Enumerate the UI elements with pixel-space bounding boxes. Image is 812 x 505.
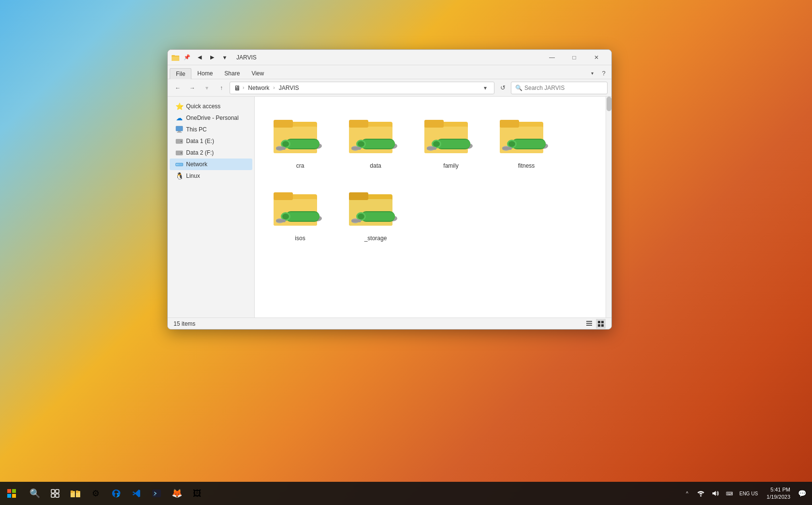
- svg-rect-93: [51, 494, 55, 497]
- taskbar-settings-btn[interactable]: ⚙: [86, 483, 105, 504]
- file-name-fitness: fitness: [518, 162, 535, 169]
- systray-network-icon[interactable]: [695, 483, 707, 504]
- svg-rect-80: [586, 321, 592, 322]
- sidebar-item-this-pc[interactable]: This PC: [170, 124, 252, 135]
- path-dropdown-btn[interactable]: ▾: [480, 85, 490, 91]
- ribbon-tabs: File Home Share View ▾ ?: [168, 65, 611, 79]
- svg-rect-71: [349, 192, 368, 200]
- file-name-cra: cra: [296, 162, 304, 169]
- taskbar-taskview-btn[interactable]: [45, 483, 65, 504]
- taskbar-icons: 🔍 ⚙: [23, 483, 209, 504]
- tab-home[interactable]: Home: [191, 68, 218, 79]
- tab-share[interactable]: Share: [218, 68, 246, 79]
- taskbar-edge-btn[interactable]: [106, 483, 126, 504]
- this-pc-icon: [175, 126, 183, 133]
- folder-icon-isos: [271, 185, 329, 233]
- scrollbar-thumb[interactable]: [607, 97, 611, 111]
- file-item-storage[interactable]: _storage: [342, 181, 409, 245]
- tab-view[interactable]: View: [246, 68, 270, 79]
- systray-keyboard-icon[interactable]: ⌨: [724, 491, 735, 496]
- systray: ^ ⌨: [682, 483, 735, 504]
- systray-lang[interactable]: ENG US: [737, 491, 761, 497]
- svg-rect-96: [71, 492, 75, 497]
- svg-rect-81: [586, 323, 592, 324]
- sidebar-item-quick-access[interactable]: ⭐ Quick access: [170, 101, 252, 112]
- data2-label: Data 2 (F:): [186, 149, 214, 156]
- svg-rect-94: [56, 494, 59, 497]
- tab-file[interactable]: File: [170, 68, 191, 79]
- taskbar-right: ^ ⌨ ENG US: [682, 483, 812, 504]
- svg-point-13: [178, 164, 178, 165]
- sidebar-item-network[interactable]: Network: [170, 159, 252, 170]
- search-input[interactable]: [524, 85, 603, 91]
- pin-btn[interactable]: 📌: [181, 52, 193, 63]
- status-bar: 15 items: [168, 317, 611, 329]
- content-area: ⭐ Quick access ☁ OneDrive - Personal: [168, 97, 611, 317]
- taskbar-vscode-btn[interactable]: [127, 483, 146, 504]
- svg-rect-83: [598, 321, 600, 323]
- svg-rect-52: [512, 140, 546, 148]
- quick-access-btns: 📌 ◀ ▶ ▼: [181, 52, 231, 63]
- recent-locations-button[interactable]: ▾: [201, 82, 213, 94]
- svg-rect-74: [361, 212, 395, 221]
- sidebar-item-data2[interactable]: Data 2 (F:): [170, 147, 252, 159]
- dropdown-btn-title[interactable]: ▼: [219, 52, 231, 63]
- close-button[interactable]: ✕: [585, 50, 608, 65]
- back-btn-title[interactable]: ◀: [194, 52, 205, 63]
- file-item-data[interactable]: data: [342, 108, 409, 173]
- data2-icon: [175, 149, 183, 157]
- view-list-btn[interactable]: [584, 319, 594, 329]
- back-button[interactable]: ←: [172, 82, 184, 94]
- svg-point-54: [508, 141, 515, 147]
- forward-btn-title[interactable]: ▶: [206, 52, 218, 63]
- ribbon-expand-icon[interactable]: ▾: [586, 67, 598, 79]
- notification-icon[interactable]: 💬: [796, 490, 808, 497]
- file-item-cra[interactable]: cra: [266, 108, 334, 173]
- svg-rect-82: [586, 325, 592, 326]
- maximize-button[interactable]: □: [563, 50, 585, 65]
- refresh-button[interactable]: ↺: [496, 82, 509, 94]
- sidebar-item-linux[interactable]: 🐧 Linux: [170, 170, 252, 182]
- svg-rect-5: [177, 132, 182, 133]
- start-button[interactable]: [0, 482, 23, 505]
- up-button[interactable]: ↑: [215, 82, 228, 94]
- file-item-isos[interactable]: isos: [266, 181, 334, 245]
- onedrive-icon: ☁: [175, 114, 183, 122]
- svg-rect-63: [286, 212, 319, 221]
- onedrive-label: OneDrive - Personal: [186, 115, 239, 121]
- taskbar-terminal-btn[interactable]: _: [147, 483, 166, 504]
- taskbar-photos-btn[interactable]: 🖼: [188, 483, 207, 504]
- help-icon[interactable]: ?: [598, 67, 609, 79]
- file-name-isos: isos: [295, 235, 305, 242]
- title-bar: 📌 ◀ ▶ ▼ JARVIS — □ ✕: [168, 50, 611, 65]
- systray-chevron[interactable]: ^: [682, 483, 692, 504]
- forward-button[interactable]: →: [186, 82, 199, 94]
- svg-point-7: [181, 141, 182, 142]
- taskbar-firefox-btn[interactable]: 🦊: [167, 483, 187, 504]
- svg-point-9: [181, 152, 182, 153]
- file-item-fitness[interactable]: fitness: [493, 108, 560, 173]
- address-path[interactable]: 🖥 › Network › JARVIS ▾: [230, 82, 494, 94]
- network-breadcrumb[interactable]: Network: [246, 84, 271, 92]
- systray-volume-icon[interactable]: [710, 483, 721, 504]
- taskbar-fileexplorer-btn[interactable]: [66, 483, 85, 504]
- folder-icon-data: [347, 112, 405, 160]
- file-item-family[interactable]: family: [417, 108, 485, 173]
- taskbar-search-btn[interactable]: 🔍: [25, 483, 44, 504]
- svg-rect-97: [71, 491, 73, 493]
- jarvis-breadcrumb[interactable]: JARVIS: [277, 84, 301, 92]
- svg-rect-1: [172, 57, 179, 61]
- svg-rect-87: [7, 489, 11, 493]
- minimize-button[interactable]: —: [541, 50, 563, 65]
- view-grid-btn[interactable]: [596, 319, 606, 329]
- scrollbar-track[interactable]: [606, 97, 611, 317]
- svg-rect-46: [427, 147, 436, 150]
- files-grid: cra: [262, 104, 604, 249]
- taskbar-clock[interactable]: 5:41 PM 1/19/2023: [763, 486, 794, 501]
- svg-point-21: [282, 141, 289, 147]
- sidebar-item-data1[interactable]: Data 1 (E:): [170, 135, 252, 147]
- sidebar-item-onedrive[interactable]: ☁ OneDrive - Personal: [170, 112, 252, 124]
- title-bar-left: 📌 ◀ ▶ ▼ JARVIS: [172, 52, 541, 63]
- svg-rect-2: [172, 55, 175, 57]
- search-box[interactable]: 🔍: [511, 82, 608, 94]
